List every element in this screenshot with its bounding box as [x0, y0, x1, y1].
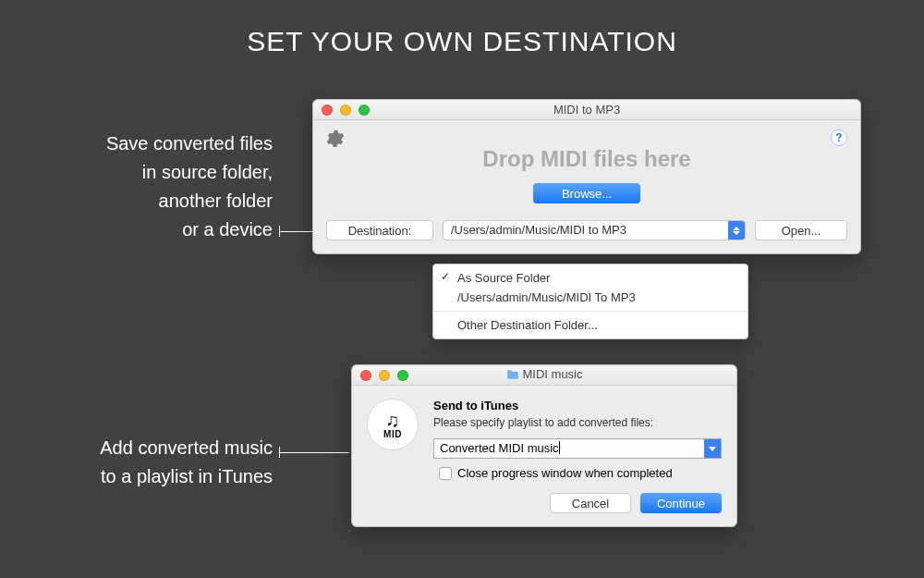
minimize-icon[interactable] — [379, 370, 390, 381]
destination-button[interactable]: Destination: — [326, 220, 433, 240]
help-icon[interactable]: ? — [831, 129, 847, 146]
dialog-subheading: Please specify playlist to add converted… — [433, 416, 722, 429]
text-cursor — [559, 441, 560, 454]
cancel-button[interactable]: Cancel — [550, 493, 631, 513]
dialog-heading: Send to iTunes — [433, 399, 722, 412]
close-progress-checkbox[interactable] — [439, 467, 452, 480]
playlist-value: Converted MIDI music — [440, 441, 559, 455]
caption-line: another folder — [159, 191, 273, 211]
note-icon: ♫ — [386, 411, 400, 429]
send-to-itunes-window: MIDI music ♫ MID Send to iTunes Please s… — [351, 364, 737, 527]
close-icon[interactable] — [322, 105, 333, 116]
callout-tick — [279, 226, 280, 237]
destination-value: /Users/admin/Music/MIDI to MP3 — [444, 221, 728, 240]
window-title-text: MIDI music — [523, 367, 583, 381]
midi-to-mp3-window: MIDI to MP3 ? Drop MIDI files here Brows… — [312, 99, 861, 254]
menu-item-as-source[interactable]: As Source Folder — [433, 268, 748, 288]
midi-file-icon: ♫ MID — [367, 399, 419, 450]
caption-itunes: Add converted music to a playlist in iTu… — [28, 434, 273, 491]
caption-destination: Save converted files in source folder, a… — [28, 129, 273, 244]
gear-icon[interactable] — [326, 129, 345, 152]
chevron-down-icon[interactable] — [704, 439, 721, 458]
folder-icon — [506, 369, 519, 383]
playlist-input[interactable]: Converted MIDI music — [434, 439, 704, 458]
caption-line: or a device — [182, 219, 273, 240]
callout-tick — [279, 447, 280, 458]
zoom-icon[interactable] — [359, 105, 370, 116]
page-title: SET YOUR OWN DESTINATION — [0, 0, 924, 57]
browse-button[interactable]: Browse... — [533, 183, 640, 203]
playlist-combo[interactable]: Converted MIDI music — [433, 438, 722, 459]
combo-stepper-icon[interactable] — [728, 221, 745, 240]
zoom-icon[interactable] — [397, 370, 408, 381]
callout-line — [279, 452, 349, 453]
drop-zone-text: Drop MIDI files here — [326, 146, 847, 172]
traffic-lights — [352, 370, 408, 381]
caption-line: to a playlist in iTunes — [101, 466, 273, 486]
callout-line — [279, 231, 312, 232]
close-icon[interactable] — [360, 370, 371, 381]
caption-line: in source folder, — [142, 162, 273, 182]
titlebar[interactable]: MIDI music — [352, 365, 736, 386]
menu-separator — [433, 311, 748, 312]
caption-line: Add converted music — [100, 437, 273, 458]
continue-button[interactable]: Continue — [640, 493, 722, 513]
window-title: MIDI music — [352, 367, 736, 383]
open-button[interactable]: Open... — [755, 220, 847, 240]
traffic-lights — [313, 105, 370, 116]
titlebar[interactable]: MIDI to MP3 — [313, 100, 860, 120]
checkbox-label: Close progress window when completed — [457, 466, 673, 480]
destination-combo[interactable]: /Users/admin/Music/MIDI to MP3 — [443, 220, 746, 240]
window-title: MIDI to MP3 — [313, 103, 860, 117]
menu-item-other-folder[interactable]: Other Destination Folder... — [433, 315, 748, 335]
menu-item-path[interactable]: /Users/admin/Music/MIDI To MP3 — [433, 288, 748, 307]
minimize-icon[interactable] — [340, 105, 351, 116]
destination-menu: As Source Folder /Users/admin/Music/MIDI… — [432, 264, 748, 339]
caption-line: Save converted files — [106, 133, 273, 154]
mid-label: MID — [383, 429, 402, 439]
